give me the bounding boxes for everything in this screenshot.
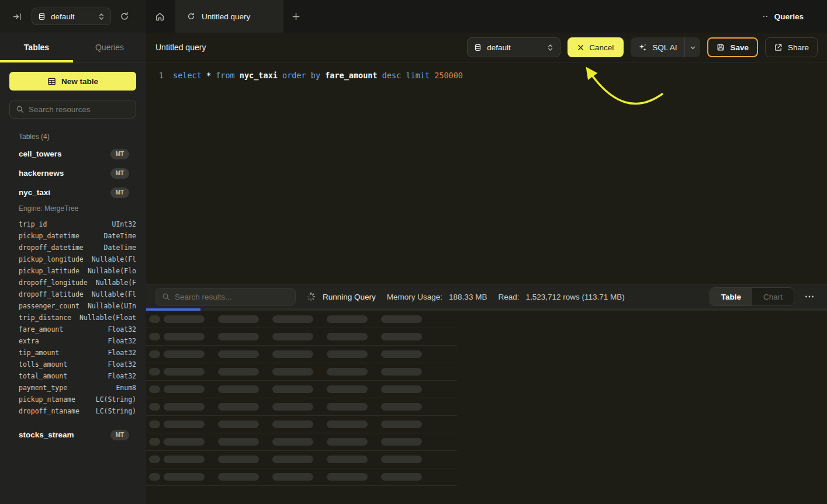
table-icon: [47, 77, 56, 86]
skeleton-cell: [149, 420, 160, 428]
skeleton-cell: [164, 473, 205, 481]
skeleton-cell: [327, 333, 368, 340]
skeleton-row: [146, 311, 457, 328]
skeleton-row: [146, 328, 457, 346]
top-bar-left: default: [0, 0, 146, 33]
skeleton-cell: [327, 438, 368, 446]
sql-editor[interactable]: 1 select * from nyc_taxi order by fare_a…: [146, 62, 827, 82]
tab-untitled-query[interactable]: Untitled query: [175, 0, 283, 33]
sql-ai-split-button: SQL AI: [631, 37, 700, 57]
column-type: DateTime: [104, 232, 136, 240]
table-item-nyc_taxi[interactable]: nyc_taxiMT: [0, 183, 146, 202]
column-type: Nullable(Float: [79, 314, 136, 322]
column-name: pickup_latitude: [19, 267, 79, 275]
save-button[interactable]: Save: [707, 37, 758, 57]
sql-ai-dropdown-button[interactable]: [684, 37, 700, 57]
new-tab-button[interactable]: [288, 9, 304, 25]
skeleton-cell: [327, 403, 368, 411]
skeleton-cell: [149, 473, 160, 481]
share-button[interactable]: Share: [765, 37, 818, 57]
column-name: passenger_count: [19, 302, 79, 310]
skeleton-cell: [272, 315, 313, 323]
tab-tables-label: Tables: [24, 43, 49, 52]
engine-badge: MT: [110, 168, 129, 179]
new-table-button[interactable]: New table: [9, 72, 136, 91]
memory-usage-value: 188.33 MB: [449, 293, 487, 301]
skeleton-cell: [381, 315, 422, 323]
skeleton-cell: [218, 438, 259, 446]
column-row: pickup_latitudeNullable(Flo: [19, 265, 136, 277]
column-list: trip_idUInt32pickup_datetimeDateTimedrop…: [0, 216, 146, 420]
column-name: total_amount: [19, 372, 67, 380]
queries-button[interactable]: Queries: [762, 0, 804, 33]
tab-queries-label: Queries: [95, 43, 124, 52]
sidebar: Tables Queries New table Tables (4) cel: [0, 33, 146, 504]
view-toggle: Table Chart: [710, 287, 794, 306]
save-icon: [717, 43, 725, 51]
loading-spinner-icon: [306, 292, 316, 301]
tab-tables[interactable]: Tables: [0, 33, 73, 62]
column-name: trip_id: [19, 220, 47, 228]
table-item-stocks_stream[interactable]: stocks_streamMT: [0, 425, 146, 444]
collapse-sidebar-icon: [13, 12, 22, 21]
column-row: passenger_countNullable(UIn: [19, 300, 136, 312]
tab-title: Untitled query: [202, 12, 250, 21]
engine-badge: MT: [110, 149, 129, 159]
sidebar-search: [9, 100, 136, 119]
database-selector-value: default: [487, 43, 542, 52]
table-engine: Engine: MergeTree: [0, 202, 146, 216]
refresh-button[interactable]: [116, 8, 133, 25]
sidebar-tabs: Tables Queries: [0, 33, 146, 62]
database-selector[interactable]: default: [467, 37, 560, 57]
column-name: dropoff_datetime: [19, 244, 84, 252]
column-type: Float32: [108, 325, 136, 333]
database-icon: [474, 44, 482, 51]
query-status: Running Query: [323, 293, 376, 301]
skeleton-cell: [327, 385, 368, 393]
column-row: dropoff_longitudeNullable(F: [19, 277, 136, 289]
column-row: tip_amountFloat32: [19, 347, 136, 359]
chevron-updown-icon: [98, 13, 105, 20]
column-row: dropoff_ntanameLC(String): [19, 405, 136, 417]
home-button[interactable]: [151, 8, 168, 25]
skeleton-row: [146, 398, 457, 416]
column-row: dropoff_datetimeDateTime: [19, 242, 136, 253]
column-name: pickup_longitude: [19, 255, 84, 263]
skeleton-cell: [149, 438, 160, 446]
chevron-down-icon: [690, 44, 696, 51]
collapse-sidebar-button[interactable]: [9, 9, 25, 25]
column-row: trip_idUInt32: [19, 218, 136, 230]
sidebar-search-input[interactable]: [29, 105, 130, 114]
skeleton-row: [146, 363, 457, 381]
skeleton-cell: [272, 350, 313, 358]
column-type: Nullable(Flo: [88, 267, 136, 275]
table-item-cell_towers[interactable]: cell_towersMT: [0, 144, 146, 164]
column-name: dropoff_latitude: [19, 290, 84, 298]
skeleton-cell: [272, 385, 313, 393]
sql-ai-button[interactable]: SQL AI: [631, 37, 684, 57]
search-icon: [162, 293, 170, 301]
column-name: payment_type: [19, 384, 67, 392]
skeleton-cell: [327, 368, 368, 376]
column-type: Float32: [108, 337, 136, 345]
column-name: trip_distance: [19, 314, 71, 322]
table-item-hackernews[interactable]: hackernewsMT: [0, 164, 146, 183]
more-options-button[interactable]: [801, 293, 818, 300]
skeleton-cell: [327, 420, 368, 428]
skeleton-cell: [149, 368, 160, 376]
cancel-button[interactable]: Cancel: [568, 37, 624, 57]
skeleton-cell: [272, 333, 313, 340]
toggle-table[interactable]: Table: [710, 288, 752, 305]
skeleton-cell: [218, 368, 259, 376]
tab-queries[interactable]: Queries: [73, 33, 146, 62]
skeleton-cell: [327, 456, 368, 463]
toggle-chart[interactable]: Chart: [752, 288, 794, 305]
skeleton-cell: [381, 438, 422, 446]
skeleton-cell: [381, 385, 422, 393]
database-selector-value: default: [51, 12, 93, 21]
results-search-input[interactable]: [175, 293, 289, 301]
database-selector-top[interactable]: default: [32, 8, 111, 25]
column-name: tolls_amount: [19, 360, 67, 369]
column-name: dropoff_ntaname: [19, 407, 79, 415]
skeleton-cell: [149, 385, 160, 393]
